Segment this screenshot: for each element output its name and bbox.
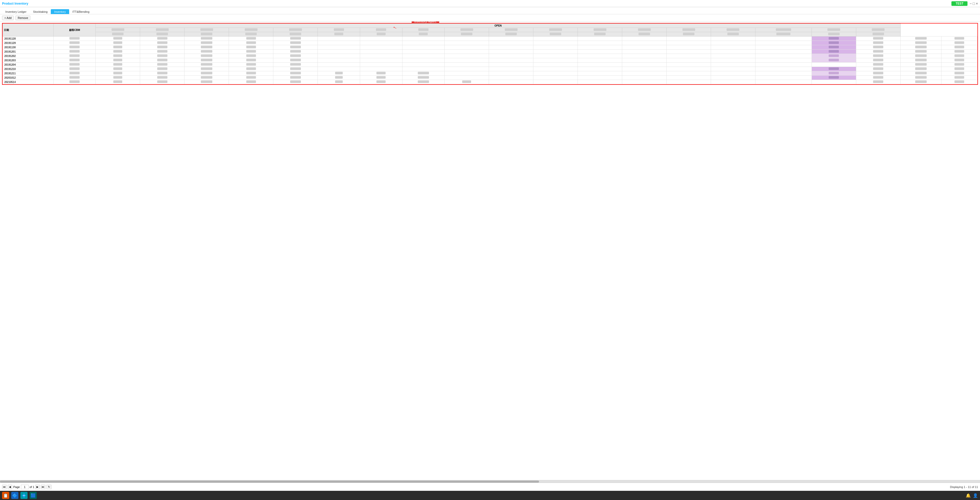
table-row: 20201012 [3,75,977,80]
top-right: TEST − □ × [951,1,978,6]
col-h-11 [533,28,578,32]
cbm-cell [53,37,96,41]
minimize-icon[interactable]: − [969,2,972,6]
data-cell [318,50,360,54]
data-cell [318,67,360,71]
page-of-label: of 1 [30,486,34,489]
data-cell [229,50,273,54]
data-cell [622,71,667,75]
data-cell [489,71,533,75]
add-button[interactable]: + Add [2,16,14,20]
taskbar-icon-orange[interactable]: 📋 [2,492,9,499]
data-cell [900,75,941,80]
page-last-button[interactable]: ⏭ [41,485,45,489]
data-cell [856,54,900,58]
data-cell [667,37,711,41]
notification-icon[interactable]: 🔔 [966,493,971,498]
data-cell [96,37,140,41]
sub-h-10 [489,32,533,37]
data-cell [667,45,711,50]
data-cell [185,41,229,45]
tab-inventory[interactable]: Inventory [51,9,69,14]
table-row: 20191211 [3,71,977,75]
sub-h-1 [96,32,140,37]
data-cell [360,71,402,75]
table-row: 20191129 [3,41,977,45]
data-table: 日期 顧客CBM OPEN [3,24,977,84]
data-cell [489,45,533,50]
data-cell [941,62,977,67]
taskbar-icon-teal[interactable]: 🟦 [30,492,37,499]
tab-itt-blending[interactable]: ITT&Blending [69,9,93,14]
data-cell [900,80,941,84]
data-cell [811,37,856,41]
data-cell [755,67,811,71]
display-info: Displaying 1 - 11 of 11 [950,486,978,489]
data-cell [445,50,489,54]
data-cell [96,58,140,62]
data-cell [900,37,941,41]
data-cell [711,54,755,58]
data-cell [360,37,402,41]
tab-stocktaking[interactable]: Stocktaking [30,9,51,14]
remove-button[interactable]: Remove [15,16,30,20]
date-cell: 20191129 [3,41,54,45]
data-cell [445,45,489,50]
data-cell [667,75,711,80]
data-cell [811,54,856,58]
page-first-button[interactable]: ⏮ [2,485,6,489]
data-cell [445,71,489,75]
maximize-icon[interactable]: □ [973,2,975,6]
pagination: ⏮ ◀ Page of 1 ▶ ⏭ ↻ [2,485,52,489]
scroll-thumb[interactable] [0,481,539,482]
page-next-button[interactable]: ▶ [35,485,40,489]
data-cell [96,75,140,80]
refresh-button[interactable]: ↻ [46,485,52,489]
data-cell [578,58,622,62]
col-h-10 [489,28,533,32]
data-cell [229,54,273,58]
page-prev-button[interactable]: ◀ [8,485,12,489]
date-cell: 20201012 [3,75,54,80]
data-cell [900,45,941,50]
data-cell [811,75,856,80]
table-row: 20191203 [3,58,977,62]
date-cell: 20191201 [3,50,54,54]
col-h-15 [711,28,755,32]
sub-h-17 [811,32,856,37]
data-cell [667,50,711,54]
data-cell [96,62,140,67]
col-h-9 [445,28,489,32]
user-icon[interactable]: 👤 [973,493,978,498]
tab-inventory-ledger[interactable]: Inventory Ledger [2,9,30,14]
data-cell [96,50,140,54]
col-h-3 [185,28,229,32]
horizontal-scrollbar[interactable] [0,480,980,482]
data-cell [856,45,900,50]
page-number-input[interactable] [21,485,29,489]
data-cell [533,62,578,67]
data-cell [140,58,185,62]
taskbar-icon-cyan[interactable]: 💠 [21,492,27,499]
data-cell [445,67,489,71]
table-row: 20191201 [3,50,977,54]
cbm-cell [53,41,96,45]
data-cell [402,41,445,45]
taskbar-icon-blue[interactable]: 🔷 [11,492,18,499]
data-cell [578,41,622,45]
data-cell [273,80,318,84]
data-cell [229,67,273,71]
data-cell [578,45,622,50]
data-cell [622,37,667,41]
cbm-cell [53,71,96,75]
data-cell [489,41,533,45]
cbm-cell [53,54,96,58]
data-cell [711,45,755,50]
data-cell [402,45,445,50]
data-cell [856,62,900,67]
col-h-7 [360,28,402,32]
col-h-17 [811,28,856,32]
close-icon[interactable]: × [976,2,978,6]
data-cell [856,71,900,75]
data-cell [402,67,445,71]
